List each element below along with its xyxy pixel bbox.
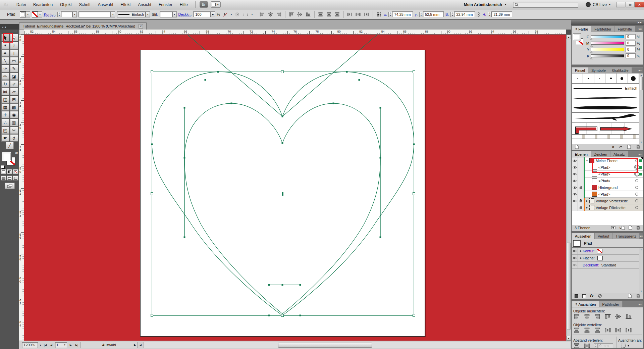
swap-fill-stroke-icon[interactable]: ⇄ [15, 151, 18, 155]
close-button[interactable]: X [635, 2, 644, 7]
menu-item[interactable]: Hilfe [180, 2, 188, 7]
expand-icon[interactable]: ▶ [585, 200, 589, 202]
layer-row[interactable]: Hintergrund [572, 184, 643, 191]
arrange-documents-button[interactable]: ▼ [211, 1, 221, 8]
brush-item[interactable] [605, 73, 616, 83]
expand-icon[interactable]: ▶ [585, 206, 589, 209]
screen-mode-normal-button[interactable] [1, 176, 6, 181]
menu-item[interactable]: Auswahl [98, 2, 113, 7]
align-horizontal-center-icon[interactable] [584, 314, 590, 319]
expand-icon[interactable]: ▶ [579, 257, 583, 259]
variable-width-profile-select[interactable]: Einfach [117, 11, 146, 17]
brush-definition-select[interactable] [78, 11, 111, 17]
zoom-level-input[interactable]: 1200% [22, 342, 38, 348]
menu-item[interactable]: Bearbeiten [33, 2, 53, 7]
restore-button[interactable]: ▭ [626, 2, 635, 7]
layer-row[interactable]: ▶ Vorlage Rückseite [572, 204, 643, 211]
layer-name[interactable]: Meine Ebene [596, 159, 618, 163]
x-input[interactable]: 74,25 mm [392, 11, 413, 17]
lock-toggle[interactable] [578, 178, 584, 184]
x-stepper[interactable]: ▲▼ [388, 12, 392, 17]
delete-brush-icon[interactable] [636, 145, 640, 150]
column-graph-tool[interactable]: ▥ [10, 119, 18, 126]
tab-zeichen[interactable]: Zeichen [591, 151, 610, 157]
spacing-value-input[interactable]: 0 mm [598, 343, 613, 348]
stroke-attribute-link[interactable]: Kontur: [583, 249, 594, 253]
fill-attribute-swatch[interactable] [597, 256, 603, 260]
distribute-top-icon[interactable] [573, 328, 580, 333]
align-center-icon[interactable] [267, 11, 274, 17]
zoom-tool[interactable]: ☌ [10, 134, 18, 142]
align-top-icon[interactable] [604, 314, 611, 319]
new-sublayer-icon[interactable]: ↳ [619, 226, 625, 230]
add-effect-icon[interactable]: fx [590, 294, 594, 298]
stroke-attribute-swatch[interactable] [597, 249, 602, 253]
stroke-color-dropdown[interactable]: ▼ [38, 11, 42, 17]
layer-row[interactable]: <Pfad> [572, 171, 643, 178]
brush-libraries-icon[interactable] [575, 145, 579, 150]
y-input[interactable]: 52,5 mm [423, 11, 444, 17]
first-artboard-button[interactable]: |◀ [43, 344, 48, 347]
distribute-vertical-center-icon[interactable] [326, 11, 332, 17]
layer-row[interactable]: <Pfad> [572, 164, 643, 171]
lock-toggle[interactable] [578, 164, 584, 171]
lock-toggle[interactable] [578, 198, 584, 204]
line-segment-tool[interactable]: ╲ [1, 57, 9, 64]
tab-pinsel[interactable]: Pinsel [572, 67, 588, 73]
minimize-button[interactable]: — [616, 2, 625, 7]
collapse-dock-button[interactable]: ▶▶ [571, 20, 644, 25]
make-clipping-mask-icon[interactable] [611, 226, 615, 231]
distribute-vertical-bottom-icon[interactable] [334, 11, 341, 17]
distribute-bottom-icon[interactable] [594, 328, 601, 333]
opacity-label[interactable]: Deckkr.: [178, 12, 192, 16]
layer-thumbnail[interactable] [592, 192, 597, 197]
target-icon[interactable] [635, 179, 638, 182]
workspace-switcher[interactable]: Mein Arbeitsbereich▼ [464, 2, 507, 7]
new-fill-icon[interactable] [582, 294, 586, 298]
lock-toggle[interactable] [578, 204, 584, 211]
fill-color-dropdown[interactable]: ▼ [26, 11, 30, 17]
lock-toggle[interactable] [578, 184, 584, 191]
opacity-attribute-link[interactable]: Deckkraft: [583, 263, 599, 267]
distribute-horizontal-right-icon[interactable] [363, 11, 370, 17]
panel-collapse-icon[interactable]: ⇕ [575, 303, 578, 306]
visibility-toggle[interactable] [572, 164, 578, 171]
eraser-tool[interactable]: ◪ [10, 72, 18, 80]
brush-definition-dropdown[interactable]: ▼ [111, 11, 115, 17]
default-fill-stroke-icon[interactable] [1, 165, 4, 168]
brush-item[interactable] [616, 73, 628, 83]
eyedropper-tool[interactable]: ✛ [1, 111, 9, 118]
tab-farbe[interactable]: ⇕Farbe [572, 26, 591, 32]
height-label[interactable]: H: [482, 12, 486, 16]
fill-proxy-swatch[interactable] [573, 34, 581, 41]
distribute-horizontal-center-icon[interactable] [355, 11, 362, 17]
align-bottom-icon[interactable] [625, 314, 632, 319]
brush-item[interactable] [583, 73, 594, 83]
tab-absatz[interactable]: Absatz [610, 151, 628, 157]
target-icon[interactable] [635, 199, 638, 202]
gradient-mode-button[interactable] [7, 169, 12, 174]
scroll-left-icon[interactable]: ◀ [139, 344, 142, 347]
color-mode-button[interactable] [1, 169, 6, 174]
status-display[interactable]: Auswahl▶ [80, 342, 138, 348]
y-stepper[interactable]: ▲▼ [419, 12, 423, 17]
align-to-selector[interactable]: ▼ [620, 343, 630, 348]
hand-tool[interactable]: ☛ [1, 134, 9, 142]
rotate-tool[interactable]: ↻ [1, 80, 9, 88]
zoom-dropdown-icon[interactable]: ▼ [39, 344, 42, 346]
menu-item[interactable]: Effekt [120, 2, 130, 7]
layer-name[interactable]: <Pfad> [598, 179, 610, 183]
paintbrush-tool[interactable]: ✑ [1, 65, 9, 72]
style-select[interactable] [160, 11, 172, 17]
vertical-scroll-thumb[interactable] [567, 243, 571, 330]
artboard-number-input[interactable]: 1▼ [55, 342, 67, 348]
target-icon[interactable] [635, 193, 638, 196]
channel-value-input[interactable]: 0 [626, 47, 636, 52]
pencil-tool[interactable]: ✎ [10, 65, 18, 72]
new-brush-icon[interactable] [627, 145, 631, 150]
slider-handle-icon[interactable] [590, 38, 593, 40]
panel-menu-icon[interactable]: ▾≡ [638, 151, 643, 157]
align-top-icon[interactable] [288, 11, 295, 17]
lasso-tool[interactable]: ≀ [10, 42, 18, 49]
brush-item[interactable] [594, 73, 605, 83]
